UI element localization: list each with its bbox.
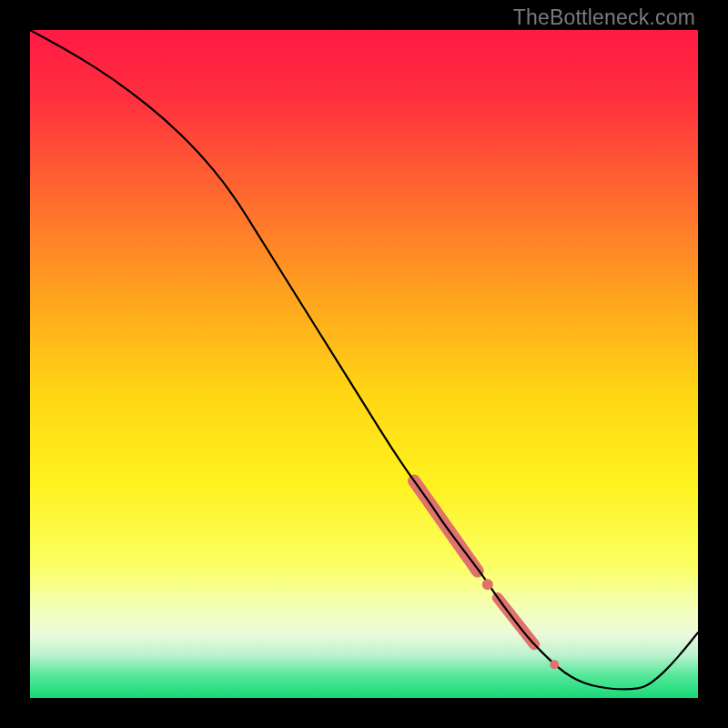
plot-area	[30, 30, 698, 698]
outer-frame: TheBottleneck.com	[0, 0, 728, 728]
gradient-background	[30, 30, 698, 698]
watermark-text: TheBottleneck.com	[513, 5, 695, 30]
chart-svg	[30, 30, 698, 698]
marker-point	[550, 660, 559, 669]
marker-point	[482, 579, 493, 590]
